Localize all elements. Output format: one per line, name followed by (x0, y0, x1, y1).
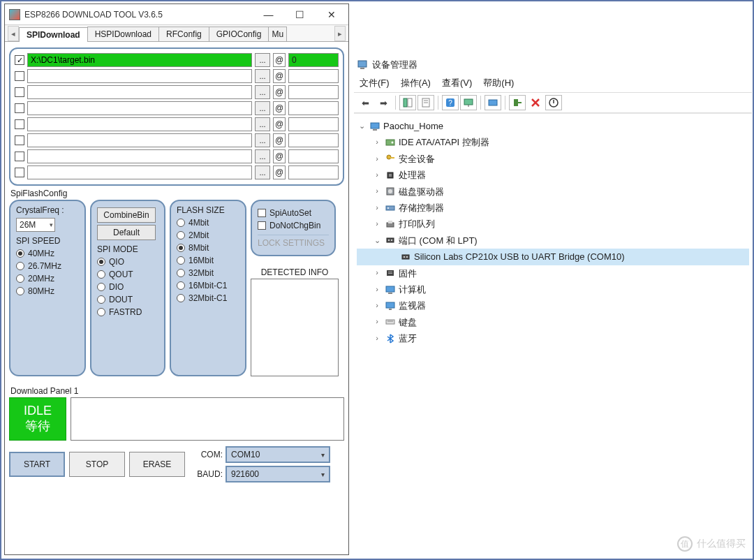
toolbar-uninstall-icon[interactable] (527, 95, 544, 110)
radio-2mbit[interactable]: 2Mbit (177, 230, 239, 240)
crystal-freq-select[interactable]: 26M▾ (16, 218, 55, 232)
toolbar-scan-icon[interactable] (460, 95, 477, 110)
radio-20mhz[interactable]: 20MHz (16, 274, 79, 283)
tree-node[interactable]: ›处理器 (357, 167, 749, 183)
tab-multi-truncated[interactable]: Mu (268, 27, 287, 41)
tree-node[interactable]: ›固件 (357, 265, 749, 281)
radio-26-7mhz[interactable]: 26.7MHz (16, 261, 79, 271)
file-path-input[interactable] (27, 101, 252, 115)
file-checkbox[interactable] (15, 87, 24, 97)
toolbar-forward-icon[interactable]: ➡ (375, 95, 392, 110)
file-path-input[interactable] (27, 165, 252, 179)
close-button[interactable]: ✕ (316, 5, 347, 24)
tab-rfconfig[interactable]: RFConfig (158, 27, 209, 41)
browse-button[interactable]: ... (255, 117, 270, 131)
tree-node[interactable]: ›键盘 (357, 314, 749, 330)
tree-node[interactable]: ›打印队列 (357, 216, 749, 232)
radio-qio[interactable]: QIO (97, 257, 158, 267)
device-tree[interactable]: ⌄Paochu_Home›IDE ATA/ATAPI 控制器›安全设备›处理器›… (354, 113, 752, 413)
file-checkbox[interactable] (15, 135, 24, 145)
tree-node[interactable]: ›计算机 (357, 281, 749, 297)
cpu-icon (385, 170, 396, 181)
tree-node[interactable]: ›监视器 (357, 297, 749, 314)
browse-button[interactable]: ... (255, 149, 270, 163)
tree-root[interactable]: ⌄Paochu_Home (357, 118, 749, 134)
radio-32mbit[interactable]: 32Mbit (177, 268, 239, 278)
spiautoset-checkbox[interactable]: SpiAutoSet (258, 208, 329, 218)
radio-16mbit-c1[interactable]: 16Mbit-C1 (177, 281, 239, 290)
file-checkbox[interactable] (15, 168, 24, 177)
tab-scroll-left[interactable]: ◂ (8, 26, 19, 41)
browse-button[interactable]: ... (255, 101, 270, 115)
file-path-input[interactable] (27, 133, 252, 147)
radio-fastrd[interactable]: FASTRD (97, 307, 158, 317)
toolbar-help-icon[interactable]: ? (442, 95, 459, 110)
browse-button[interactable]: ... (255, 53, 270, 67)
file-address-input[interactable] (288, 117, 339, 131)
file-checkbox[interactable] (15, 119, 24, 129)
file-address-input[interactable]: 0 (288, 53, 339, 67)
radio-dio[interactable]: DIO (97, 282, 158, 292)
menu-file[interactable]: 文件(F) (360, 77, 390, 89)
file-checkbox[interactable] (15, 103, 24, 113)
toolbar-enable-icon[interactable] (509, 95, 526, 110)
radio-dout[interactable]: DOUT (97, 295, 158, 304)
radio-80mhz[interactable]: 80MHz (16, 286, 79, 296)
file-checkbox[interactable] (15, 152, 24, 161)
tree-node[interactable]: ⌄端口 (COM 和 LPT) (357, 233, 749, 249)
radio-8mbit[interactable]: 8Mbit (177, 243, 239, 253)
default-button[interactable]: Default (97, 225, 156, 240)
svg-rect-3 (408, 98, 412, 107)
browse-button[interactable]: ... (255, 85, 270, 99)
tree-node[interactable]: ›安全设备 (357, 151, 749, 167)
donotchgbin-checkbox[interactable]: DoNotChgBin (258, 221, 329, 230)
svg-rect-1 (360, 68, 364, 69)
tree-node[interactable]: ›IDE ATA/ATAPI 控制器 (357, 134, 749, 150)
file-address-input[interactable] (288, 101, 339, 115)
radio-40mhz[interactable]: 40MHz (16, 249, 79, 258)
radio-qout[interactable]: QOUT (97, 270, 158, 279)
tree-node[interactable]: ›蓝牙 (357, 330, 749, 346)
tab-spidownload[interactable]: SPIDownload (19, 27, 88, 42)
minimize-button[interactable]: — (253, 5, 284, 24)
file-address-input[interactable] (288, 85, 339, 99)
file-address-input[interactable] (288, 69, 339, 83)
tree-node[interactable]: ›存储控制器 (357, 200, 749, 216)
baud-select[interactable]: 921600▾ (226, 466, 330, 482)
toolbar-disable-icon[interactable] (545, 95, 562, 110)
file-checkbox[interactable] (15, 71, 24, 81)
file-path-input[interactable] (27, 117, 252, 131)
radio-4mbit[interactable]: 4Mbit (177, 218, 239, 228)
radio-16mbit[interactable]: 16Mbit (177, 256, 239, 265)
toolbar-update-driver-icon[interactable] (485, 95, 501, 110)
browse-button[interactable]: ... (255, 165, 270, 179)
erase-button[interactable]: ERASE (129, 452, 185, 477)
browse-button[interactable]: ... (255, 133, 270, 147)
toolbar-properties-icon[interactable] (417, 95, 434, 110)
start-button[interactable]: START (9, 452, 65, 477)
file-path-input[interactable]: X:\DC1\target.bin (27, 53, 252, 67)
stop-button[interactable]: STOP (69, 452, 125, 477)
file-address-input[interactable] (288, 165, 339, 179)
file-checkbox[interactable] (15, 55, 24, 65)
tab-gpioconfig[interactable]: GPIOConfig (209, 27, 269, 41)
file-path-input[interactable] (27, 85, 252, 99)
tree-leaf[interactable]: Silicon Labs CP210x USB to UART Bridge (… (357, 249, 749, 265)
toolbar-show-hide-icon[interactable] (399, 95, 416, 110)
file-address-input[interactable] (288, 149, 339, 163)
menu-help[interactable]: 帮助(H) (483, 77, 514, 89)
toolbar-back-icon[interactable]: ⬅ (357, 95, 374, 110)
file-path-input[interactable] (27, 69, 252, 83)
browse-button[interactable]: ... (255, 69, 270, 83)
menu-action[interactable]: 操作(A) (401, 77, 431, 89)
maximize-button[interactable]: ☐ (284, 5, 316, 24)
radio-32mbit-c1[interactable]: 32Mbit-C1 (177, 293, 239, 303)
menu-view[interactable]: 查看(V) (442, 77, 472, 89)
tree-node[interactable]: ›磁盘驱动器 (357, 184, 749, 200)
combinebin-button[interactable]: CombineBin (97, 207, 156, 223)
com-select[interactable]: COM10▾ (226, 446, 330, 463)
file-path-input[interactable] (27, 149, 252, 163)
tab-scroll-right[interactable]: ▸ (334, 26, 346, 41)
file-address-input[interactable] (288, 133, 339, 147)
tab-hspidownload[interactable]: HSPIDownload (87, 27, 159, 41)
